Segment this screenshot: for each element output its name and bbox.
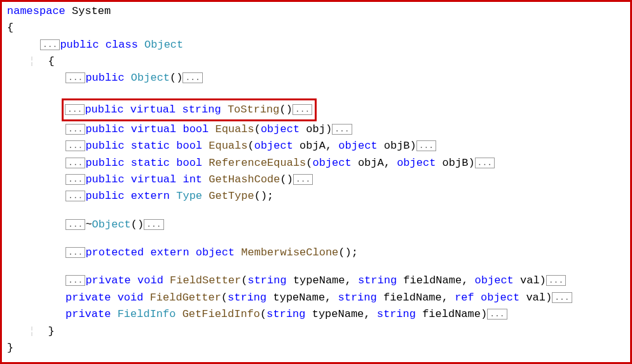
code-line-getfieldinfo: private FieldInfo GetFieldInfo(string ty… [2,306,630,323]
code-line-class-brace-close: ¦ } [2,323,630,340]
fold-icon[interactable]: ... [65,191,85,201]
fold-icon[interactable]: ... [65,174,85,185]
code-line-equals-instance: ...public virtual bool Equals(object obj… [2,121,630,138]
fold-icon[interactable]: ... [292,104,312,115]
fold-icon[interactable]: ... [144,219,163,230]
code-line-brace-close: } [2,340,630,356]
code-line-refequals: ...public static bool ReferenceEquals(ob… [2,155,630,172]
fold-icon[interactable]: ... [65,104,85,115]
fold-icon[interactable]: ... [65,158,85,168]
fold-icon[interactable]: ... [293,174,313,185]
fold-icon[interactable]: ... [416,140,436,151]
code-line-dtor: ...~Object()... [2,217,630,233]
code-line-class-decl: ...public class Object [2,37,630,53]
fold-icon[interactable]: ... [65,140,85,151]
fold-icon[interactable]: ... [40,39,60,50]
highlighted-line-tostring: ...public virtual string ToString()... [2,98,630,121]
code-line-gethashcode: ...public virtual int GetHashCode()... [2,172,630,188]
fold-icon[interactable]: ... [546,275,566,286]
code-line-equals-static: ...public static bool Equals(object objA… [2,138,630,154]
fold-icon[interactable]: ... [65,219,85,230]
fold-icon[interactable]: ... [332,124,352,135]
code-line-fieldgetter: private void FieldGetter(string typeName… [2,290,630,306]
fold-icon[interactable]: ... [552,292,572,303]
fold-icon[interactable]: ... [65,275,85,286]
code-line-namespace: namespace System [2,3,630,20]
code-line-brace-open: { [2,20,630,36]
fold-icon[interactable]: ... [487,309,507,320]
code-line-class-brace-open: ¦ { [2,53,630,70]
fold-icon[interactable]: ... [182,72,202,83]
code-line-gettype: ...public extern Type GetType(); [2,188,630,205]
fold-icon[interactable]: ... [65,247,85,258]
fold-icon[interactable]: ... [65,124,85,135]
code-line-memberwiseclone: ...protected extern object MemberwiseClo… [2,245,630,261]
fold-icon[interactable]: ... [475,158,495,168]
code-line-fieldsetter: ...private void FieldSetter(string typeN… [2,273,630,289]
fold-icon[interactable]: ... [65,72,85,83]
code-line-ctor: ...public Object()... [2,70,630,86]
